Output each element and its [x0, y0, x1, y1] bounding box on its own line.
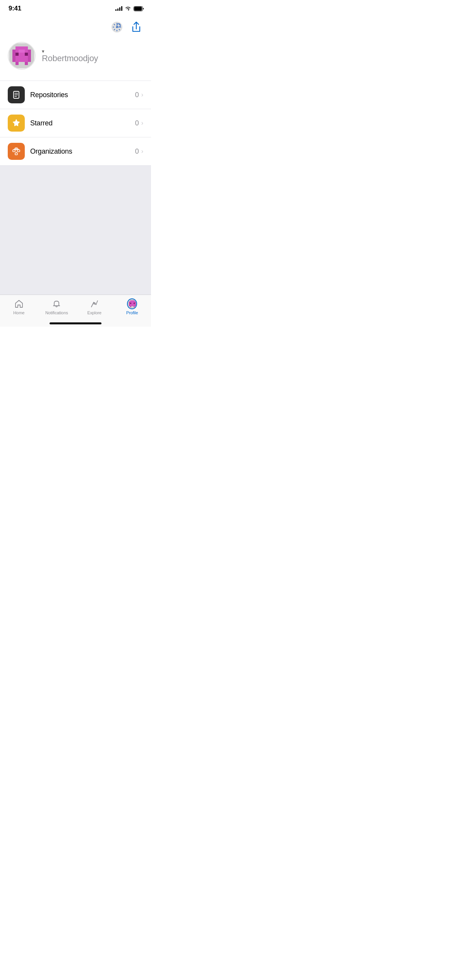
svg-rect-18	[13, 150, 15, 152]
svg-rect-12	[15, 62, 19, 65]
svg-line-30	[96, 301, 98, 305]
repositories-label: Repositories	[30, 91, 135, 99]
tab-profile-avatar	[127, 298, 137, 309]
svg-rect-9	[15, 53, 19, 56]
home-icon	[14, 299, 24, 309]
organizations-icon	[12, 147, 21, 156]
signal-icon	[115, 6, 122, 11]
svg-rect-7	[12, 53, 15, 59]
svg-line-28	[91, 302, 94, 307]
tab-explore-label: Explore	[87, 310, 101, 315]
svg-rect-36	[134, 303, 135, 304]
header-actions	[0, 17, 151, 37]
organizations-chevron-icon: ›	[141, 148, 143, 155]
tab-profile[interactable]: Profile	[118, 299, 146, 315]
organizations-icon-wrap	[8, 143, 25, 160]
wifi-icon	[125, 6, 131, 11]
svg-rect-38	[134, 306, 135, 307]
repositories-icon-wrap	[8, 86, 25, 103]
organizations-item[interactable]: Organizations 0 ›	[0, 137, 151, 166]
repositories-count: 0	[135, 91, 139, 99]
svg-rect-1	[134, 7, 142, 10]
svg-rect-11	[19, 50, 25, 53]
tab-notifications-label: Notifications	[45, 310, 68, 315]
explore-icon	[89, 299, 100, 309]
avatar	[8, 42, 36, 70]
tab-profile-label: Profile	[126, 310, 138, 315]
svg-rect-13	[25, 62, 28, 65]
svg-point-3	[116, 26, 118, 28]
organizations-count: 0	[135, 147, 139, 156]
tab-home-label: Home	[13, 310, 24, 315]
repositories-icon	[12, 90, 21, 99]
svg-rect-20	[17, 150, 20, 152]
status-icons	[115, 6, 144, 11]
share-button[interactable]	[129, 20, 143, 34]
starred-item[interactable]: Starred 0 ›	[0, 109, 151, 137]
settings-button[interactable]	[110, 20, 124, 34]
profile-avatar-icon	[127, 299, 137, 309]
repositories-chevron-icon: ›	[141, 91, 143, 98]
main-content: ▾ Robertmoodjoy Repositories 0 ›	[0, 17, 151, 295]
starred-count: 0	[135, 119, 139, 127]
profile-name-area[interactable]: ▾ Robertmoodjoy	[42, 48, 98, 63]
profile-username: Robertmoodjoy	[42, 53, 98, 63]
tab-bar: Home Notifications Explore	[0, 295, 151, 327]
svg-rect-37	[130, 306, 131, 307]
organizations-label: Organizations	[30, 147, 135, 156]
profile-section: ▾ Robertmoodjoy	[0, 37, 151, 81]
bell-icon	[51, 299, 62, 309]
starred-icon	[12, 118, 21, 128]
chevron-name-row: ▾	[42, 48, 98, 53]
svg-rect-21	[15, 153, 17, 155]
avatar-image	[9, 43, 34, 68]
tab-explore[interactable]: Explore	[81, 299, 108, 315]
repositories-item[interactable]: Repositories 0 ›	[0, 81, 151, 109]
status-time: 9:41	[9, 5, 21, 12]
tab-notifications[interactable]: Notifications	[43, 299, 70, 315]
starred-icon-wrap	[8, 115, 25, 132]
svg-rect-8	[28, 53, 31, 59]
starred-label: Starred	[30, 119, 135, 127]
empty-area	[0, 166, 151, 295]
starred-chevron-icon: ›	[141, 120, 143, 127]
battery-icon	[134, 6, 144, 11]
menu-list: Repositories 0 › Starred 0 ›	[0, 81, 151, 166]
home-indicator	[50, 322, 101, 324]
status-bar: 9:41	[0, 0, 151, 17]
svg-rect-35	[130, 303, 131, 304]
tab-home[interactable]: Home	[5, 299, 33, 315]
svg-rect-10	[25, 53, 28, 56]
